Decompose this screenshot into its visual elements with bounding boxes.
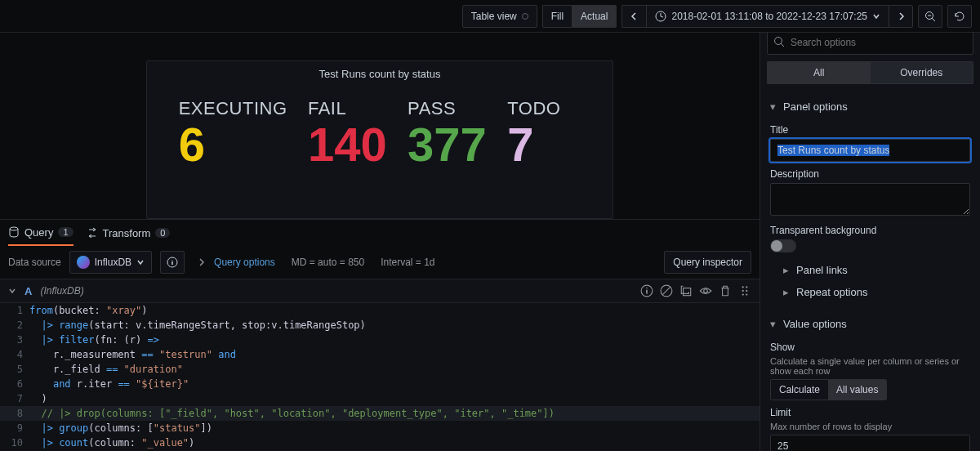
svg-rect-7 [684,288,691,296]
limit-desc: Max number of rows to display [770,422,970,431]
zoom-out-button[interactable] [918,5,942,28]
stat-col: EXECUTING6 [179,98,287,168]
search-options-input[interactable] [767,33,973,55]
refresh-icon [954,11,965,22]
svg-point-13 [742,293,744,295]
panel-preview-area: Test Runs count by status EXECUTING6FAIL… [0,33,760,219]
query-tab[interactable]: Query 1 [8,220,74,246]
chevron-right-icon: ▸ [783,264,791,276]
all-tab[interactable]: All [767,61,871,84]
chevron-right-icon [897,12,905,20]
fill-button[interactable]: Fill [542,5,572,28]
time-range-button[interactable]: 2018-02-01 13:11:08 to 2022-12-23 17:07:… [646,5,889,28]
time-range-group: 2018-02-01 13:11:08 to 2022-12-23 17:07:… [621,5,913,28]
description-label: Description [770,168,970,180]
description-input[interactable] [770,183,970,216]
panel-links-section[interactable]: ▸ Panel links [770,259,970,281]
top-toolbar: Table view Fill Actual 2018-02-01 13:11:… [0,0,980,33]
eye-icon[interactable] [699,284,712,297]
overrides-tab[interactable]: Overrides [871,61,974,84]
trash-icon[interactable] [719,284,732,297]
stat-label: FAIL [308,98,346,119]
database-icon [8,226,20,238]
query-row[interactable]: A (InfluxDB) [0,279,760,303]
value-options-section[interactable]: ▾ Value options [770,313,970,335]
query-editor-area: Query 1 Transform 0 Data source InfluxDB [0,219,760,451]
all-values-option[interactable]: All values [828,380,886,400]
transform-count-badge: 0 [155,228,170,238]
flux-editor[interactable]: 1from(bucket: "xray") 2 |> range(start: … [0,303,760,451]
stat-col: FAIL140 [308,98,387,168]
info-icon[interactable] [640,284,653,297]
panel-title: Test Runs count by status [147,61,612,83]
repeat-options-section[interactable]: ▸ Repeat options [770,281,970,303]
chevron-down-icon [136,258,145,266]
datasource-name: InfluxDB [95,257,131,268]
options-tabs: All Overrides [767,61,973,84]
svg-point-8 [704,289,708,293]
show-desc: Calculate a single value per column or s… [770,356,970,376]
info-icon [167,257,178,268]
stats-row: EXECUTING6FAIL140PASS377TODO7 [147,83,612,168]
query-row-actions [640,284,751,297]
toggle-dot [522,13,528,20]
query-datasource-name: (InfluxDB) [40,285,83,297]
time-next-button[interactable] [889,5,913,28]
disable-icon[interactable] [660,284,673,297]
interval-text: Interval = 1d [381,257,434,268]
transparent-toggle[interactable] [770,239,796,252]
transparent-label: Transparent background [770,225,970,236]
title-input[interactable] [770,139,970,162]
panel-options-section[interactable]: ▾ Panel options [770,96,970,118]
show-label: Show [770,342,970,353]
svg-point-11 [742,290,744,292]
stat-label: PASS [408,98,456,119]
zoom-out-icon [924,11,936,22]
query-options-link[interactable]: Query options [214,257,275,268]
copy-icon[interactable] [679,284,693,297]
options-sidebar: 📊 Stat All Overrides ▾ Panel options Tit… [760,33,980,451]
value-options-label: Value options [783,318,847,330]
transform-tab[interactable]: Transform 0 [87,220,171,246]
bottom-tabs: Query 1 Transform 0 [0,220,760,246]
svg-point-10 [746,286,747,288]
transform-tab-label: Transform [103,227,151,239]
show-segment: Calculate All values [770,379,887,400]
limit-label: Limit [770,407,970,418]
svg-point-12 [746,290,747,292]
title-label: Title [770,124,970,136]
stat-col: PASS377 [408,98,487,168]
stat-value: 7 [507,121,533,168]
datasource-label: Data source [8,257,61,268]
influxdb-logo-icon [77,256,90,269]
transform-icon [87,227,98,239]
drag-handle-icon[interactable] [738,284,751,297]
stat-value: 140 [308,121,387,168]
svg-point-9 [742,286,744,288]
stat-col: TODO7 [507,98,581,168]
chevron-left-icon [630,12,639,20]
svg-point-14 [746,293,747,295]
query-inspector-button[interactable]: Query inspector [664,251,751,274]
chevron-down-icon: ▾ [770,100,778,113]
limit-input[interactable] [770,435,970,451]
svg-point-2 [10,227,18,230]
stat-value: 377 [408,121,487,168]
query-tab-label: Query [24,226,53,239]
table-view-toggle[interactable]: Table view [462,5,537,28]
stat-label: TODO [507,98,560,119]
chevron-right-icon: ▸ [783,286,791,298]
refresh-button[interactable] [947,5,972,28]
panel-options-label: Panel options [783,100,848,113]
chevron-down-icon[interactable] [8,287,16,295]
query-letter: A [24,285,32,297]
md-text: MD = auto = 850 [292,257,364,268]
datasource-help-button[interactable] [160,251,185,274]
search-icon [773,36,785,47]
chevron-down-icon [872,12,880,20]
chevron-right-icon [198,258,206,266]
actual-button[interactable]: Actual [572,5,617,28]
calculate-option[interactable]: Calculate [771,380,828,400]
time-prev-button[interactable] [621,5,646,28]
datasource-select[interactable]: InfluxDB [69,251,152,274]
